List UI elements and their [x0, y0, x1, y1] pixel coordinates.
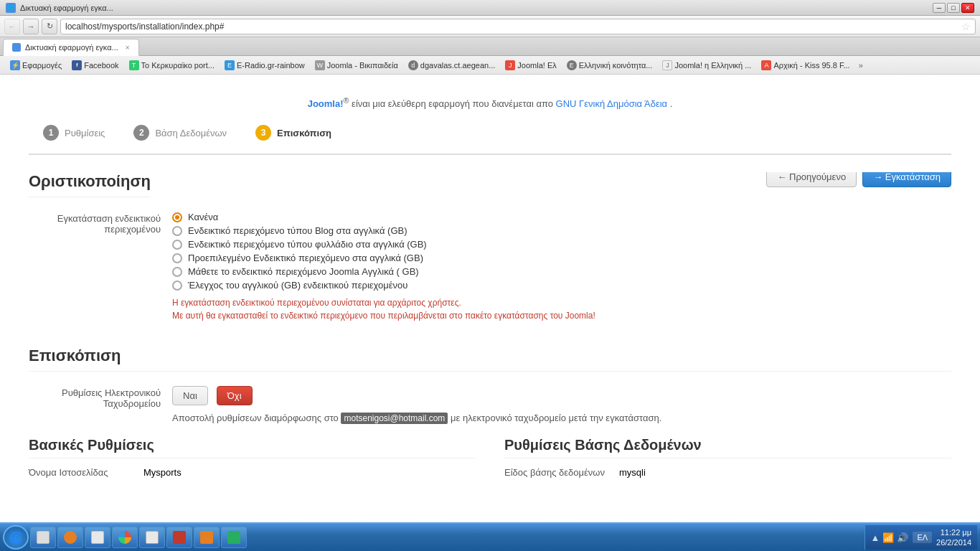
- page-content: Joomla!® είναι μια ελεύθερη εφαρμογή που…: [0, 75, 980, 522]
- bookmark-icon-greek-community: Ε: [567, 60, 577, 70]
- bookmark-label-apps: Εφαρμογές: [22, 61, 62, 70]
- step-1-label: Ρυθμίσεις: [65, 128, 105, 138]
- email-address-highlight: motsenigosi@hotmail.com: [341, 413, 448, 424]
- radio-none[interactable]: Κανένα: [172, 212, 951, 222]
- radio-learn[interactable]: Μάθετε το ενδεικτικό περιεχόμενο Joomla …: [172, 266, 951, 277]
- language-button[interactable]: ΕΛ: [913, 532, 932, 543]
- back-button[interactable]: ←: [4, 19, 20, 34]
- yes-button[interactable]: Ναι: [172, 386, 208, 405]
- bookmark-label-kiss: Αρχική - Kiss 95.8 F...: [773, 61, 849, 70]
- radio-test-circle: [172, 281, 182, 291]
- db-settings-title: Ρυθμίσεις Βάσης Δεδομένων: [504, 437, 951, 458]
- bookmark-item-kerkyra[interactable]: T Το Κερκυραϊκο port...: [125, 59, 219, 72]
- taskbar-icon-1: [37, 531, 50, 544]
- taskbar-item-4[interactable]: [139, 527, 165, 548]
- steps-bar: 1 Ρυθμίσεις 2 Βάση Δεδομένων 3 Επισκόπισ…: [29, 121, 951, 155]
- radio-test-label: Έλεγχος του αγγλικού (GB) ενδεικτικού πε…: [188, 280, 407, 291]
- taskbar-icon-3: [91, 531, 104, 544]
- bookmark-item-greek-community[interactable]: Ε Ελληνική κοινότητα...: [562, 59, 657, 72]
- radio-blog[interactable]: Ενδεικτικό περιεχόμενο τύπου Blog στα αγ…: [172, 225, 951, 236]
- radio-none-label: Κανένα: [188, 212, 218, 222]
- radio-blog-label: Ενδεικτικό περιεχόμενο τύπου Blog στα αγ…: [188, 225, 407, 236]
- address-bar[interactable]: localhost/mysports/installation/index.ph…: [60, 19, 976, 34]
- notice-text2: .: [670, 98, 673, 109]
- app-icon: 🌐: [6, 3, 16, 13]
- tray-arrow-icon[interactable]: ▲: [871, 532, 880, 543]
- bookmark-item-dgavalas[interactable]: d dgavalas.ct.aegean...: [404, 59, 500, 72]
- taskbar-item-7[interactable]: [221, 527, 247, 548]
- step-1[interactable]: 1 Ρυθμίσεις: [29, 121, 119, 145]
- db-settings-section: Ρυθμίσεις Βάσης Δεδομένων Είδος βάσης δε…: [504, 437, 951, 481]
- start-button[interactable]: 🌀: [3, 525, 29, 550]
- start-icon: 🌀: [9, 531, 23, 545]
- taskbar-item-chrome[interactable]: [112, 527, 138, 548]
- email-desc2: με ηλεκτρονικό ταχυδρομείο μετά την εγκα…: [451, 413, 661, 423]
- radio-default[interactable]: Προεπιλεγμένο Ενδεικτικό περιεχόμενο στα…: [172, 253, 951, 263]
- taskbar-icon-chrome: [118, 531, 131, 544]
- bookmark-star[interactable]: ☆: [961, 21, 971, 32]
- bookmark-item-facebook[interactable]: f Facebook: [67, 59, 123, 72]
- bookmark-item-joomla-el[interactable]: J Joomla! Ελ: [501, 59, 560, 72]
- sample-content-row: Εγκατάσταση ενδεικτικούπεριεχομένου Κανέ…: [29, 212, 951, 322]
- system-tray: ▲ 📶 🔊 ΕΛ 11:22 μμ 26/2/2014: [864, 525, 978, 550]
- bookmark-item-joomla-wiki[interactable]: W Joomla - Βικιπαιδεία: [311, 59, 402, 72]
- taskbar-item-6[interactable]: [194, 527, 220, 548]
- radio-test[interactable]: Έλεγχος του αγγλικού (GB) ενδεικτικού πε…: [172, 280, 951, 291]
- bookmark-item-eradio[interactable]: E E-Radio.gr-rainbow: [220, 59, 309, 72]
- sample-content-label: Εγκατάσταση ενδεικτικούπεριεχομένου: [29, 212, 172, 322]
- taskbar: 🌀 ▲ 📶 🔊 ΕΛ 11:22 μμ 26/2/2014: [0, 522, 980, 551]
- no-button[interactable]: Όχι: [217, 386, 253, 405]
- install-button[interactable]: → Εγκατάσταση: [862, 172, 951, 187]
- taskbar-item-1[interactable]: [30, 527, 56, 548]
- tray-network-icon[interactable]: 📶: [882, 532, 894, 543]
- forward-button[interactable]: →: [23, 19, 39, 34]
- finalization-section: Οριστικοποίηση ← Προηγούμενο → Εγκατάστα…: [29, 172, 951, 326]
- bookmark-item-joomla-greek[interactable]: J Joomla! η Ελληνική ...: [658, 59, 755, 72]
- bookmark-label-wiki: Joomla - Βικιπαιδεία: [327, 61, 398, 70]
- tab-favicon: [12, 43, 21, 52]
- nav-bar: ← → ↻ localhost/mysports/installation/in…: [0, 16, 980, 37]
- email-desc1: Αποστολή ρυθμίσεων διαμόρφωσης στο: [172, 413, 341, 423]
- step-2[interactable]: 2 Βάση Δεδομένων: [119, 121, 241, 145]
- browser-tab[interactable]: Δικτυακή εφαρμογή εγκα... ×: [3, 39, 139, 56]
- radio-default-circle: [172, 253, 182, 263]
- step-3-num: 3: [255, 125, 271, 141]
- bookmark-icon-kerkyra: T: [129, 60, 139, 70]
- notice-text1: είναι μια ελεύθερη εφαρμογή που διανέμετ…: [352, 98, 555, 109]
- overview-section: Επισκόπιση Ρυθμίσεις ΗλεκτρονικούΤαχυδρο…: [29, 347, 951, 425]
- taskbar-icon-5: [173, 531, 186, 544]
- maximize-button[interactable]: □: [947, 3, 960, 13]
- taskbar-item-3[interactable]: [85, 527, 110, 548]
- prev-button[interactable]: ← Προηγούμενο: [766, 172, 857, 187]
- joomla-notice: Joomla!® είναι μια ελεύθερη εφαρμογή που…: [29, 89, 951, 121]
- email-buttons-row: Ναι Όχι: [172, 386, 951, 405]
- minimize-button[interactable]: ─: [933, 3, 946, 13]
- step-3[interactable]: 3 Επισκόπιση: [241, 121, 346, 145]
- bookmark-item-apps[interactable]: ⚡ Εφαρμογές: [6, 59, 66, 72]
- bookmark-label-greek-community: Ελληνική κοινότητα...: [579, 61, 653, 70]
- taskbar-item-2[interactable]: [57, 527, 83, 548]
- overview-title: Επισκόπιση: [29, 347, 951, 372]
- step-2-num: 2: [133, 125, 149, 141]
- taskbar-icon-6: [200, 531, 213, 544]
- system-clock: 11:22 μμ 26/2/2014: [936, 527, 971, 548]
- notice-line1: Η εγκατάσταση ενδεικτικού περιεχομένου σ…: [172, 298, 461, 308]
- bookmarks-more[interactable]: »: [856, 60, 866, 71]
- clock-time: 11:22 μμ: [936, 527, 971, 537]
- bookmark-label-joomla-greek: Joomla! η Ελληνική ...: [674, 61, 751, 70]
- radio-blog-circle: [172, 226, 182, 236]
- bookmark-item-kiss[interactable]: A Αρχική - Kiss 95.8 F...: [757, 59, 854, 72]
- tab-close-icon[interactable]: ×: [126, 44, 130, 52]
- tray-sound-icon[interactable]: 🔊: [897, 532, 908, 543]
- radio-brochure[interactable]: Ενδεικτικό περιεχόμενο τύπου φυλλάδιο στ…: [172, 239, 951, 250]
- refresh-button[interactable]: ↻: [42, 19, 57, 34]
- close-button[interactable]: ✕: [961, 3, 974, 13]
- radio-none-circle: [172, 212, 182, 222]
- radio-group-sample: Κανένα Ενδεικτικό περιεχόμενο τύπου Blog…: [172, 212, 951, 291]
- bookmark-icon-wiki: W: [315, 60, 325, 70]
- gnu-license-link[interactable]: GNU Γενική Δημόσια Άδεια: [556, 98, 668, 109]
- window-title: Δικτυακή εφαρμογή εγκα...: [20, 4, 113, 12]
- action-buttons: ← Προηγούμενο → Εγκατάσταση: [766, 172, 951, 187]
- basic-settings-title: Βασικές Ρυθμίσεις: [29, 437, 476, 458]
- taskbar-item-5[interactable]: [166, 527, 192, 548]
